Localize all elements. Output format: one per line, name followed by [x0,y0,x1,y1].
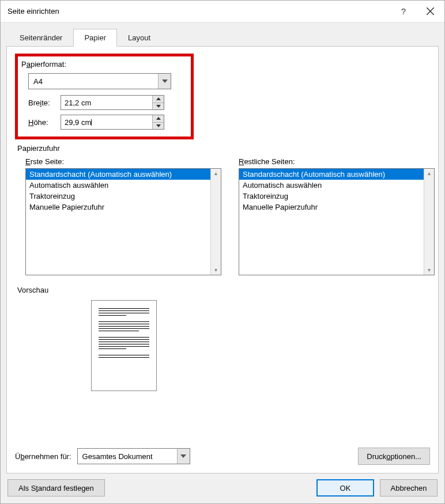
paper-format-label: Papierformat: [21,60,186,69]
paper-feed-label: Papierzufuhr [17,144,430,153]
height-increment-button[interactable] [153,115,164,123]
page-setup-dialog: Seite einrichten ? Seitenränder Papier L… [0,0,445,504]
other-pages-listbox[interactable]: Standardschacht (Automatisch auswählen) … [239,168,435,275]
close-button[interactable] [417,2,443,21]
list-item[interactable]: Standardschacht (Automatisch auswählen) [26,169,210,180]
tabstrip: Seitenränder Papier Layout [9,29,439,47]
paper-size-combo[interactable]: A4 [28,73,171,89]
width-value[interactable]: 21,2 cm [61,96,152,109]
width-spinner[interactable]: 21,2 cm [61,95,164,110]
apply-row: Übernehmen für: Gesamtes Dokument Drucko… [15,437,430,465]
preview-group: Vorschau [17,286,430,391]
triangle-up-icon [156,97,161,100]
ok-button[interactable]: OK [316,479,374,497]
tab-paper[interactable]: Papier [73,29,117,47]
height-value[interactable]: 29,9 cm [61,115,152,129]
dialog-title: Seite einrichten [7,7,390,16]
height-decrement-button[interactable] [153,123,164,130]
list-item[interactable]: Manuelle Papierzufuhr [26,202,210,213]
other-pages-label: Restliche Seiten: [239,157,435,166]
chevron-down-icon [162,79,168,83]
preview-content-icon [99,308,149,358]
paper-format-group: Papierformat: A4 Breite: 21,2 cm [15,54,194,139]
apply-to-label: Übernehmen für: [15,452,71,461]
scroll-up-icon: ▴ [214,170,217,176]
chevron-down-icon [180,454,186,458]
set-as-default-button[interactable]: Als Standard festlegen [7,479,105,497]
help-button[interactable]: ? [390,2,417,21]
first-page-label: Erste Seite: [25,157,221,166]
list-item[interactable]: Automatisch auswählen [26,180,210,191]
list-item[interactable]: Traktoreinzug [26,191,210,202]
apply-to-combo[interactable]: Gesamtes Dokument [77,448,190,464]
list-item[interactable]: Traktoreinzug [239,191,424,202]
tab-margins[interactable]: Seitenränder [9,29,73,47]
tab-layout[interactable]: Layout [117,29,161,47]
paper-size-dropdown-button[interactable] [158,74,171,89]
paper-feed-group: Papierzufuhr Erste Seite: Standardschach… [15,144,430,275]
height-row: Höhe: 29,9 cm [28,115,186,130]
apply-to-value: Gesamtes Dokument [78,452,177,461]
paper-size-value: A4 [29,77,158,86]
triangle-down-icon [156,105,161,108]
list-item[interactable]: Automatisch auswählen [239,180,424,191]
first-page-column: Erste Seite: Standardschacht (Automatisc… [25,157,221,275]
preview-page [91,300,157,391]
scroll-down-icon: ▾ [214,267,217,273]
first-page-listbox[interactable]: Standardschacht (Automatisch auswählen) … [25,168,221,275]
list-item[interactable]: Manuelle Papierzufuhr [239,202,424,213]
list-item[interactable]: Standardschacht (Automatisch auswählen) [239,169,424,180]
height-spinner[interactable]: 29,9 cm [61,115,164,130]
close-icon [427,7,434,15]
height-label: Höhe: [28,118,61,127]
width-increment-button[interactable] [153,96,164,103]
dialog-body: Seitenränder Papier Layout Papierformat:… [1,22,444,503]
width-label: Breite: [28,98,61,107]
triangle-down-icon [156,124,161,127]
titlebar: Seite einrichten ? [1,1,444,22]
preview-label: Vorschau [17,286,430,294]
cancel-button[interactable]: Abbrechen [380,479,438,497]
tab-page-paper: Papierformat: A4 Breite: 21,2 cm [6,46,439,473]
scrollbar[interactable]: ▴ ▾ [210,169,221,275]
apply-to-dropdown-button[interactable] [177,449,190,464]
dialog-footer: Als Standard festlegen OK Abbrechen [6,473,439,497]
triangle-up-icon [156,117,161,120]
width-row: Breite: 21,2 cm [28,95,186,110]
scrollbar[interactable]: ▴ ▾ [424,169,434,275]
width-decrement-button[interactable] [153,103,164,110]
other-pages-column: Restliche Seiten: Standardschacht (Autom… [239,157,435,275]
scroll-up-icon: ▴ [428,170,431,176]
print-options-button[interactable]: Druckoptionen... [358,448,430,465]
scroll-down-icon: ▾ [428,267,431,273]
